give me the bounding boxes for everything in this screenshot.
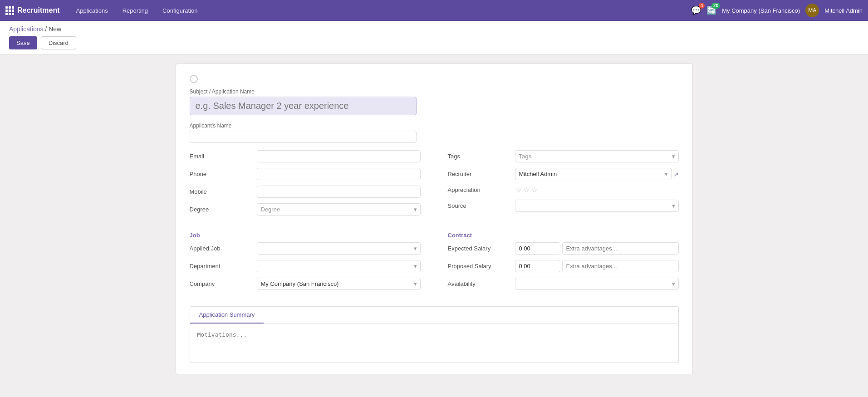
messages-badge[interactable]: 💬 4 — [691, 5, 701, 15]
mobile-row: Mobile — [190, 186, 421, 198]
phone-label: Phone — [190, 171, 253, 177]
availability-label: Availability — [448, 280, 511, 287]
proposed-salary-inputs — [515, 260, 679, 272]
user-avatar[interactable]: MA — [805, 4, 819, 17]
contract-section: Contract Expected Salary Proposed Salary — [448, 225, 679, 295]
proposed-salary-input[interactable] — [515, 260, 560, 272]
tab-application-summary[interactable]: Application Summary — [190, 307, 264, 323]
expected-salary-label: Expected Salary — [448, 245, 511, 252]
expected-salary-input[interactable] — [515, 242, 560, 255]
company-label: Company — [190, 280, 253, 287]
degree-select[interactable]: Degree — [257, 203, 421, 216]
department-row: Department ▾ — [190, 260, 421, 272]
appreciation-label: Appreciation — [448, 186, 511, 193]
source-label: Source — [448, 202, 511, 209]
degree-label: Degree — [190, 206, 253, 213]
email-label: Email — [190, 153, 253, 160]
form-card: Subject / Application Name Applicant's N… — [176, 64, 693, 374]
tags-select[interactable]: Tags — [515, 150, 679, 162]
proposed-salary-row: Proposed Salary — [448, 260, 679, 272]
menu-applications[interactable]: Applications — [69, 0, 115, 21]
menu-reporting[interactable]: Reporting — [115, 0, 155, 21]
motivations-textarea[interactable] — [197, 331, 671, 354]
expected-extra-input[interactable] — [562, 242, 679, 255]
top-menu: Applications Reporting Configuration — [69, 0, 205, 21]
expected-salary-inputs — [515, 242, 679, 255]
tags-label: Tags — [448, 153, 511, 160]
action-buttons: Save Discard — [9, 36, 859, 49]
recruiter-select[interactable]: Mitchell Admin — [515, 168, 672, 180]
recruiter-label: Recruiter — [448, 171, 511, 177]
applicant-name-input[interactable] — [190, 131, 417, 143]
save-button[interactable]: Save — [9, 36, 37, 49]
expected-salary-row: Expected Salary — [448, 242, 679, 255]
job-section-header: Job — [190, 232, 421, 239]
star-3[interactable]: ☆ — [531, 186, 538, 194]
tab-content — [190, 324, 678, 363]
degree-row: Degree Degree ▾ — [190, 203, 421, 216]
breadcrumb: Applications / New — [9, 25, 859, 33]
source-select[interactable] — [515, 200, 679, 212]
recruiter-input-row: Mitchell Admin ▾ ↗ — [515, 168, 679, 180]
company-select[interactable]: My Company (San Francisco) — [257, 278, 421, 290]
tab-header: Application Summary — [190, 307, 678, 324]
messages-count: 4 — [699, 3, 705, 9]
phone-row: Phone — [190, 168, 421, 180]
company-name: My Company (San Francisco) — [722, 7, 800, 14]
recruiter-external-link-icon[interactable]: ↗ — [673, 171, 679, 178]
two-col-section: Email Phone Mobile Degree — [190, 150, 679, 221]
star-1[interactable]: ☆ — [515, 186, 521, 194]
job-contract-section: Job Applied Job ▾ Department — [190, 225, 679, 295]
subject-label: Subject / Application Name — [190, 88, 679, 95]
department-select[interactable] — [257, 260, 421, 272]
applied-job-row: Applied Job ▾ — [190, 242, 421, 255]
proposed-extra-input[interactable] — [562, 260, 679, 272]
company-row: Company My Company (San Francisco) ▾ — [190, 278, 421, 290]
updates-count: 20 — [711, 3, 720, 9]
mobile-label: Mobile — [190, 188, 253, 195]
appreciation-stars: ☆ ☆ ☆ — [515, 186, 679, 194]
phone-input[interactable] — [257, 168, 421, 180]
breadcrumb-current: New — [49, 25, 61, 33]
availability-select[interactable] — [515, 278, 679, 290]
mobile-input[interactable] — [257, 186, 421, 198]
applied-job-label: Applied Job — [190, 245, 253, 252]
status-circle[interactable] — [190, 75, 198, 83]
top-navigation: Recruitment Applications Reporting Confi… — [0, 0, 868, 21]
tags-row: Tags Tags ▾ — [448, 150, 679, 162]
app-title: Recruitment — [17, 6, 59, 15]
menu-configuration[interactable]: Configuration — [155, 0, 205, 21]
applied-job-select[interactable] — [257, 242, 421, 255]
page-scroll: Applications / New Save Discard Subject … — [0, 21, 868, 397]
subject-input[interactable] — [190, 97, 417, 115]
updates-badge[interactable]: 🔄 20 — [706, 5, 716, 15]
user-name: Mitchell Admin — [824, 7, 863, 14]
contract-section-header: Contract — [448, 232, 679, 239]
right-col: Tags Tags ▾ Recruiter — [448, 150, 679, 221]
breadcrumb-parent[interactable]: Applications — [9, 25, 44, 33]
email-input[interactable] — [257, 150, 421, 162]
job-section: Job Applied Job ▾ Department — [190, 225, 421, 295]
subject-field: Subject / Application Name — [190, 88, 679, 115]
email-row: Email — [190, 150, 421, 162]
page-header: Applications / New Save Discard — [0, 21, 868, 54]
topnav-right: 💬 4 🔄 20 My Company (San Francisco) MA M… — [691, 4, 863, 17]
discard-button[interactable]: Discard — [41, 36, 76, 49]
tab-section: Application Summary — [190, 306, 679, 363]
applicant-name-label: Applicant's Name — [190, 123, 679, 129]
recruiter-row: Recruiter Mitchell Admin ▾ ↗ — [448, 168, 679, 180]
appreciation-row: Appreciation ☆ ☆ ☆ — [448, 186, 679, 194]
source-row: Source ▾ — [448, 200, 679, 212]
department-label: Department — [190, 263, 253, 270]
proposed-salary-label: Proposed Salary — [448, 263, 511, 270]
apps-grid-icon[interactable] — [5, 6, 14, 15]
breadcrumb-separator: / — [45, 25, 49, 33]
left-col: Email Phone Mobile Degree — [190, 150, 421, 221]
availability-row: Availability ▾ — [448, 278, 679, 290]
applicant-name-field: Applicant's Name — [190, 123, 679, 143]
main-content: Subject / Application Name Applicant's N… — [162, 54, 706, 383]
star-2[interactable]: ☆ — [523, 186, 530, 194]
